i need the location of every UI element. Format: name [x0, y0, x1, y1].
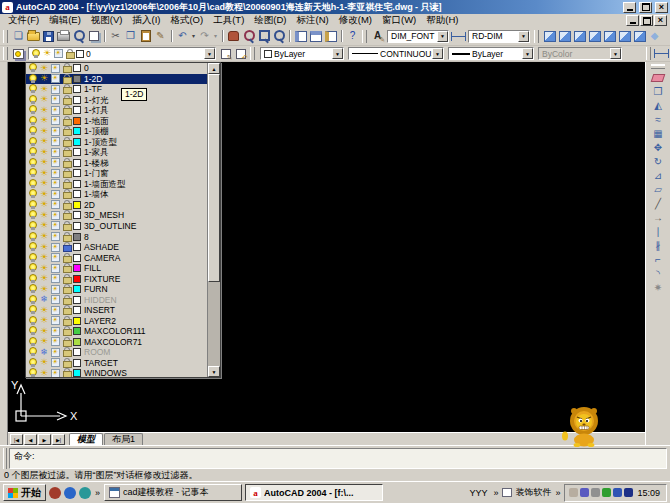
- layer-freeze-icon[interactable]: [39, 200, 49, 210]
- layer-vp-freeze-icon[interactable]: [51, 221, 60, 230]
- copy-object-icon[interactable]: ❐: [648, 85, 668, 99]
- layer-on-icon[interactable]: [29, 74, 37, 84]
- shade-flat-icon[interactable]: [587, 29, 602, 44]
- combo-dropdown-arrow-icon[interactable]: [432, 48, 443, 59]
- break-at-point-icon[interactable]: ∣: [648, 225, 668, 239]
- layer-row[interactable]: HIDDEN: [26, 294, 207, 305]
- taskbar-task-autocad[interactable]: AutoCAD 2004 - [f:\...: [245, 484, 383, 501]
- scale-icon[interactable]: ⊿: [648, 169, 668, 183]
- layer-on-icon[interactable]: [29, 147, 37, 157]
- layer-color-swatch[interactable]: [73, 306, 81, 314]
- desktop-pet-lion[interactable]: [561, 405, 607, 449]
- layer-row[interactable]: MAXCOLOR71: [26, 336, 207, 347]
- layer-lock-icon[interactable]: [62, 189, 71, 199]
- layer-on-icon[interactable]: [29, 284, 37, 294]
- layer-lock-icon[interactable]: [62, 179, 71, 189]
- layer-row[interactable]: 0: [26, 63, 207, 74]
- layer-lock-icon[interactable]: [62, 316, 71, 326]
- layer-row[interactable]: FIXTURE: [26, 273, 207, 284]
- layer-color-swatch[interactable]: [73, 369, 81, 377]
- layer-color-swatch[interactable]: [73, 75, 81, 83]
- layer-vp-freeze-icon[interactable]: [51, 190, 60, 199]
- layer-color-swatch[interactable]: [73, 254, 81, 262]
- open-file-icon[interactable]: [26, 29, 41, 44]
- chevron-icon[interactable]: »: [94, 488, 101, 498]
- layer-color-swatch[interactable]: [73, 138, 81, 146]
- tab-scroll-last-button[interactable]: ▶|: [52, 434, 65, 445]
- layer-color-swatch[interactable]: [73, 285, 81, 293]
- lineweight-combo[interactable]: ByLayer: [448, 47, 534, 60]
- layer-vp-freeze-icon[interactable]: [51, 169, 60, 178]
- layer-combo[interactable]: 0: [28, 47, 216, 60]
- layer-on-icon[interactable]: [29, 168, 37, 178]
- layer-row[interactable]: 1-门窗: [26, 168, 207, 179]
- layer-color-swatch[interactable]: [73, 233, 81, 241]
- layer-on-icon[interactable]: [29, 63, 37, 73]
- layer-on-icon[interactable]: [29, 347, 37, 357]
- layer-vp-freeze-icon[interactable]: [51, 95, 60, 104]
- layer-color-swatch[interactable]: [73, 64, 81, 72]
- plot-icon[interactable]: [56, 29, 71, 44]
- layer-lock-icon[interactable]: [62, 147, 71, 157]
- tool-palettes-icon[interactable]: [323, 29, 338, 44]
- layer-vp-freeze-icon[interactable]: [51, 348, 60, 357]
- layer-previous-icon[interactable]: [233, 46, 248, 61]
- layer-color-swatch[interactable]: [73, 327, 81, 335]
- break-icon[interactable]: ∦: [648, 239, 668, 253]
- layer-on-icon[interactable]: [29, 200, 37, 210]
- layer-vp-freeze-icon[interactable]: [51, 179, 60, 188]
- layer-lock-icon[interactable]: [62, 63, 71, 73]
- layer-color-swatch[interactable]: [73, 275, 81, 283]
- layer-freeze-icon[interactable]: [39, 158, 49, 168]
- layer-on-icon[interactable]: [29, 95, 37, 105]
- layer-freeze-icon[interactable]: [39, 126, 49, 136]
- shade-gouraud-edges-icon[interactable]: [632, 29, 647, 44]
- layer-row[interactable]: TARGET: [26, 357, 207, 368]
- layer-lock-icon[interactable]: [62, 232, 71, 242]
- menu-item[interactable]: 窗口(W): [377, 14, 421, 27]
- layer-vp-freeze-icon[interactable]: [51, 253, 60, 262]
- deco-toolbar-icon[interactable]: [502, 488, 512, 497]
- layer-freeze-icon[interactable]: [39, 147, 49, 157]
- tab-layout1[interactable]: 布局1: [104, 433, 143, 445]
- layer-color-swatch[interactable]: [73, 148, 81, 156]
- layer-vp-freeze-icon[interactable]: [51, 137, 60, 146]
- shade-3d-wireframe-icon[interactable]: [557, 29, 572, 44]
- layer-row[interactable]: WINDOWS: [26, 368, 207, 377]
- layer-freeze-icon[interactable]: [39, 221, 49, 231]
- tab-model[interactable]: 模型: [69, 433, 103, 445]
- quick-launch-icon-2[interactable]: [64, 487, 76, 499]
- layer-freeze-icon[interactable]: [39, 284, 49, 294]
- toolbar-grip[interactable]: [651, 64, 665, 69]
- layer-row[interactable]: 1-地面: [26, 116, 207, 127]
- layer-on-icon[interactable]: [29, 232, 37, 242]
- layer-color-swatch[interactable]: [73, 127, 81, 135]
- layer-freeze-icon[interactable]: [39, 326, 49, 336]
- layer-color-swatch[interactable]: [73, 348, 81, 356]
- layer-color-swatch[interactable]: [73, 359, 81, 367]
- trim-icon[interactable]: ╱: [648, 197, 668, 211]
- command-line-input[interactable]: 命令:: [9, 448, 667, 469]
- layer-vp-freeze-icon[interactable]: [51, 327, 60, 336]
- restore-button[interactable]: [639, 2, 652, 13]
- layer-row[interactable]: FURN: [26, 284, 207, 295]
- layer-row[interactable]: 3D_OUTLINE: [26, 221, 207, 232]
- layer-lock-icon[interactable]: [62, 326, 71, 336]
- layer-row[interactable]: 1-顶棚: [26, 126, 207, 137]
- layer-freeze-icon[interactable]: [39, 189, 49, 199]
- save-icon[interactable]: [41, 29, 56, 44]
- tray-icon-6[interactable]: [624, 488, 633, 497]
- layer-row[interactable]: 1-TF: [26, 84, 207, 95]
- layer-vp-freeze-icon[interactable]: [51, 211, 60, 220]
- undo-icon[interactable]: ↶: [175, 29, 190, 44]
- scrollbar-up-button[interactable]: [208, 63, 220, 74]
- layer-color-swatch[interactable]: [73, 264, 81, 272]
- plotstyle-combo[interactable]: ByColor: [538, 47, 622, 60]
- offset-icon[interactable]: ≈: [648, 113, 668, 127]
- layer-row[interactable]: ASHADE: [26, 242, 207, 253]
- toolbar-separator[interactable]: [101, 29, 108, 44]
- print-preview-icon[interactable]: [71, 29, 86, 44]
- tray-icon-4[interactable]: [602, 488, 611, 497]
- toolbar-grip[interactable]: [534, 30, 539, 43]
- cut-icon[interactable]: ✂: [108, 29, 123, 44]
